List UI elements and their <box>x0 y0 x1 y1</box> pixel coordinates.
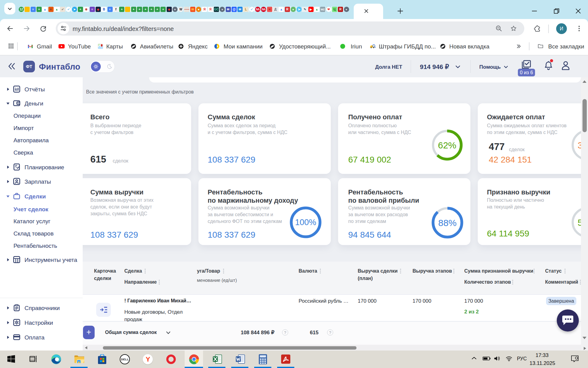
svg-text:62%: 62% <box>438 140 456 150</box>
svg-text:88%: 88% <box>438 218 457 228</box>
svg-text:100%: 100% <box>295 218 316 227</box>
svg-text:59%: 59% <box>578 217 581 228</box>
svg-text:31%: 31% <box>578 140 581 150</box>
